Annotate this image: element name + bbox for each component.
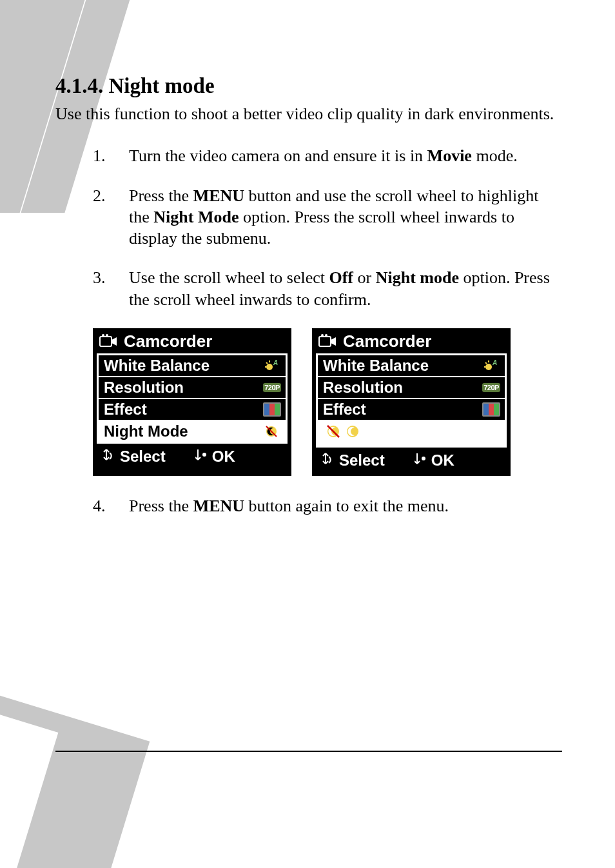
screen-title-row: Camcorder [93, 328, 291, 353]
screen-footer: Select OK [312, 448, 511, 476]
svg-rect-11 [319, 337, 331, 346]
menu-item-effect: Effect [318, 398, 505, 420]
press-ok-icon [415, 451, 427, 469]
effect-icon [262, 402, 282, 417]
intro-paragraph: Use this function to shoot a better vide… [55, 103, 562, 124]
effect-icon [482, 402, 501, 417]
svg-text:A: A [273, 359, 278, 366]
svg-point-3 [266, 364, 273, 370]
night-mode-on-option-icon [345, 424, 362, 443]
menu-item-resolution: Resolution 720P [318, 376, 505, 398]
night-mode-off-option-icon [326, 424, 342, 443]
svg-point-12 [321, 334, 324, 337]
svg-rect-0 [100, 337, 112, 346]
step-number: 3. [93, 267, 129, 310]
svg-point-2 [106, 334, 108, 337]
menu-item-night-mode: Night Mode [99, 420, 286, 442]
step-number: 2. [93, 185, 129, 250]
resolution-720p-icon: 720P [262, 380, 282, 395]
svg-point-22 [422, 457, 425, 460]
footer-select-label: Select [339, 451, 385, 469]
press-ok-icon [195, 448, 208, 466]
svg-point-13 [325, 334, 327, 337]
screen-title: Camcorder [343, 331, 431, 351]
screen-title-row: Camcorder [312, 328, 511, 353]
menu-item-resolution: Resolution 720P [99, 376, 286, 398]
step-text: Use the scroll wheel to select Off or Ni… [129, 267, 562, 310]
svg-point-1 [102, 334, 104, 337]
step-text: Turn the video camera on and ensure it i… [129, 145, 562, 166]
resolution-720p-icon: 720P [482, 380, 501, 395]
svg-point-14 [485, 364, 492, 370]
menu-item-night-mode-options [318, 420, 505, 446]
camcorder-screenshots: Camcorder White Balance A Resolution 720… [93, 328, 562, 476]
white-balance-auto-icon: A [482, 359, 501, 373]
scroll-select-icon [321, 451, 335, 469]
camcorder-icon [99, 334, 117, 348]
camcorder-screen-submenu: Camcorder White Balance A Resolution 720… [312, 328, 511, 476]
white-balance-auto-icon: A [262, 359, 282, 373]
menu-item-effect: Effect [99, 398, 286, 420]
step-number: 4. [93, 495, 129, 517]
screen-footer: Select OK [93, 444, 291, 472]
menu-item-white-balance: White Balance A [99, 355, 286, 376]
step-number: 1. [93, 145, 129, 166]
svg-line-6 [266, 362, 268, 364]
menu-items: White Balance A Resolution 720P Effect N… [97, 353, 288, 444]
screen-title: Camcorder [124, 331, 212, 351]
menu-item-white-balance: White Balance A [318, 355, 505, 376]
footer-ok-label: OK [431, 451, 454, 469]
svg-line-17 [485, 362, 487, 364]
footer-ok-label: OK [212, 448, 235, 466]
footer-divider [55, 751, 562, 752]
step-text: Press the MENU button and use the scroll… [129, 185, 562, 250]
menu-items: White Balance A Resolution 720P Effect [316, 353, 507, 448]
svg-text:A: A [492, 359, 497, 366]
night-mode-off-icon [262, 424, 282, 439]
step-text: Press the MENU button again to exit the … [129, 495, 562, 517]
scroll-select-icon [102, 448, 116, 466]
camcorder-icon [318, 334, 337, 348]
section-heading: 4.1.4. Night mode [55, 74, 562, 98]
camcorder-screen-menu: Camcorder White Balance A Resolution 720… [93, 328, 291, 476]
footer-select-label: Select [120, 448, 166, 466]
svg-point-10 [202, 453, 206, 457]
